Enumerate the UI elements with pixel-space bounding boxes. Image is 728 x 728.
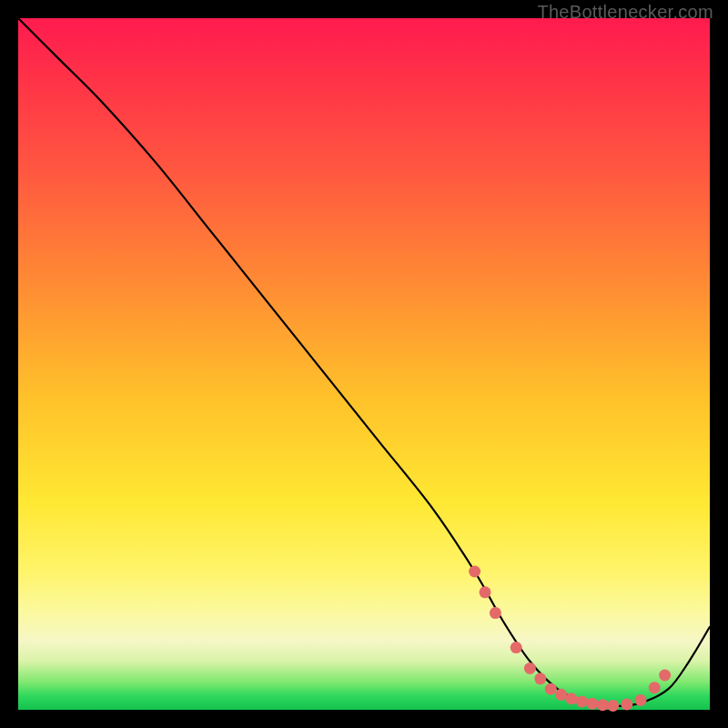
bottleneck-curve xyxy=(18,18,710,706)
highlight-dot xyxy=(524,662,536,674)
highlight-dot xyxy=(635,694,647,706)
plot-area xyxy=(18,18,710,710)
highlight-dot xyxy=(469,566,480,578)
highlight-dot xyxy=(586,698,598,710)
highlight-dot xyxy=(480,586,491,598)
highlight-dot xyxy=(534,672,546,684)
highlight-dot xyxy=(597,699,609,711)
highlight-dot xyxy=(545,683,557,695)
highlight-dot xyxy=(649,682,661,693)
highlight-dots-group xyxy=(469,566,671,712)
curve-svg xyxy=(18,18,710,710)
highlight-dot xyxy=(621,698,632,710)
highlight-dot xyxy=(659,670,671,682)
highlight-dot xyxy=(490,607,501,619)
highlight-dot xyxy=(576,695,588,707)
highlight-dot xyxy=(566,693,578,704)
highlight-dot xyxy=(607,700,619,712)
chart-stage: TheBottlenecker.com xyxy=(0,0,728,728)
highlight-dot xyxy=(555,689,567,701)
highlight-dot xyxy=(511,642,522,653)
